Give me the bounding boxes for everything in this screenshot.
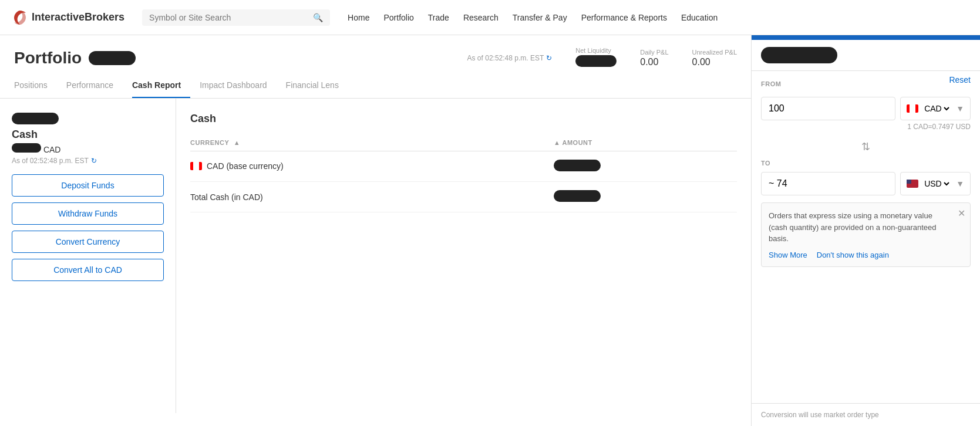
convert-currency-button[interactable]: Convert Currency [12,231,164,253]
nav-links: Home Portfolio Trade Research Transfer &… [348,13,718,22]
from-label: FROM [761,80,781,87]
panel-top-strip [752,35,980,40]
amount-total [554,190,601,202]
currency-label: CAD [43,145,61,154]
net-liquidity-value [575,55,617,67]
withdraw-funds-button[interactable]: Withdraw Funds [12,202,164,225]
refresh-icon[interactable]: ↻ [546,54,552,62]
convert-all-to-cad-button[interactable]: Convert All to CAD [12,259,164,281]
to-chevron-icon: ▼ [956,179,964,188]
action-buttons: Deposit Funds Withdraw Funds Convert Cur… [12,174,164,281]
daily-pnl-stat: Daily P&L 0.00 [640,49,668,67]
from-amount-input[interactable] [761,97,895,120]
search-icon: 🔍 [313,13,323,22]
converter-body: FROM Reset CAD USD EUR ▼ 1 CA [752,71,980,403]
nav-item-education[interactable]: Education [681,13,718,22]
from-flag-icon [907,104,918,113]
search-bar[interactable]: 🔍 [142,9,330,26]
tab-performance[interactable]: Performance [66,76,123,98]
tab-positions[interactable]: Positions [14,76,57,98]
converter-header [752,40,980,71]
sidebar-refresh-icon[interactable]: ↻ [91,157,97,165]
to-flag-icon [907,180,918,188]
currency-flag-cad: CAD (base currency) [190,161,284,171]
search-input[interactable] [149,13,308,22]
account-badge [89,51,136,65]
table-row: Total Cash (in CAD) [190,182,737,212]
deposit-funds-button[interactable]: Deposit Funds [12,174,164,197]
arrow-divider: ⇅ [761,140,971,153]
timestamp: As of 02:52:48 p.m. EST ↻ [467,54,553,62]
nav-item-transfer[interactable]: Transfer & Pay [513,13,567,22]
section-title: Cash [190,113,737,125]
exchange-rate: 1 CAD=0.7497 USD [761,123,971,131]
footer-text: Conversion will use market order type [761,411,879,419]
nav-item-research[interactable]: Research [463,13,499,22]
nav-item-home[interactable]: Home [348,13,369,22]
nav-item-trade[interactable]: Trade [428,13,449,22]
nav-item-performance[interactable]: Performance & Reports [581,13,667,22]
account-info: Cash CAD As of 02:52:48 p.m. EST ↻ [12,113,164,165]
tab-impact-dashboard[interactable]: Impact Dashboard [200,76,276,98]
from-currency-select[interactable]: CAD USD EUR ▼ [900,97,971,120]
portfolio-tabs: Positions Performance Cash Report Impact… [0,69,751,99]
reset-link[interactable]: Reset [949,75,971,84]
total-cash-label: Total Cash (in CAD) [190,192,263,202]
to-currency-dropdown[interactable]: USD CAD EUR [922,178,951,189]
currency-name-cad: CAD (base currency) [207,161,284,171]
show-more-link[interactable]: Show More [769,251,807,259]
tab-cash-report[interactable]: Cash Report [132,76,190,98]
as-of-time: As of 02:52:48 p.m. EST ↻ [12,157,164,165]
tab-financial-lens[interactable]: Financial Lens [286,76,348,98]
logo-text: InteractiveBrokers [32,11,124,23]
flag-icon-ca [190,162,202,170]
table-row: CAD (base currency) [190,151,737,182]
from-row: CAD USD EUR ▼ [761,97,971,120]
from-currency-dropdown[interactable]: CAD USD EUR [922,103,951,114]
amount-cad [554,160,601,171]
cash-table: CURRENCY ▲ ▲ AMOUNT CA [190,134,737,212]
nav-item-portfolio[interactable]: Portfolio [383,13,413,22]
logo[interactable]: InteractiveBrokers [12,9,124,26]
info-text: Orders that express size using a monetar… [769,210,963,245]
converter-title-badge [761,47,837,63]
info-links: Show More Don't show this again [769,251,963,259]
to-amount-input[interactable] [761,172,895,195]
col-currency[interactable]: CURRENCY ▲ [190,134,554,151]
dont-show-link[interactable]: Don't show this again [817,251,889,259]
to-currency-select[interactable]: USD CAD EUR ▼ [900,172,971,195]
to-label: TO [761,160,770,167]
cash-label: Cash [12,129,164,141]
account-name-badge [12,113,59,124]
close-icon[interactable]: ✕ [958,208,965,219]
from-chevron-icon: ▼ [956,104,964,113]
to-row: USD CAD EUR ▼ [761,172,971,195]
converter-footer: Conversion will use market order type [752,403,980,426]
col-amount[interactable]: ▲ AMOUNT [554,134,737,151]
info-box: ✕ Orders that express size using a monet… [761,202,971,267]
unrealized-pnl-stat: Unrealized P&L 0.00 [692,49,737,67]
currency-badge [12,143,41,153]
net-liquidity-stat: Net Liquidity [575,47,617,69]
page-title: Portfolio [14,49,82,67]
